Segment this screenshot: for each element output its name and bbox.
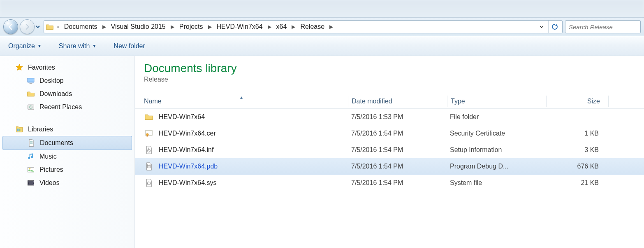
window-titlebar-blur xyxy=(0,0,644,17)
file-type-icon xyxy=(144,161,154,171)
chevron-right-icon[interactable]: ▶ xyxy=(206,24,213,30)
address-bar-end xyxy=(539,21,561,33)
column-header-date[interactable]: Date modified xyxy=(348,98,447,105)
sidebar-item-label: Recent Places xyxy=(39,103,82,111)
newfolder-label: New folder xyxy=(114,42,145,50)
share-with-button[interactable]: Share with ▼ xyxy=(59,42,97,50)
navigation-pane: Favorites Desktop Downloads Recent Place… xyxy=(0,56,135,248)
file-size: 3 KB xyxy=(545,146,607,154)
forward-button[interactable] xyxy=(20,19,35,34)
new-folder-button[interactable]: New folder xyxy=(114,42,145,50)
breadcrumb-item[interactable]: x64 xyxy=(274,22,290,31)
breadcrumb-item[interactable]: Projects xyxy=(177,22,206,31)
share-label: Share with xyxy=(59,42,90,50)
favorites-header[interactable]: Favorites xyxy=(0,61,134,74)
file-row[interactable]: HEVD-Win7x64.inf7/5/2016 1:54 PMSetup In… xyxy=(135,142,644,158)
chevron-right-icon[interactable]: ▶ xyxy=(169,24,176,30)
svg-rect-21 xyxy=(148,148,149,149)
svg-rect-12 xyxy=(28,181,28,182)
chevron-right-icon[interactable]: ▶ xyxy=(328,24,335,30)
column-date-label: Date modified xyxy=(352,98,392,105)
file-row[interactable]: HEVD-Win7x647/5/2016 1:53 PMFile folder xyxy=(135,109,644,125)
chevron-down-icon: ▼ xyxy=(92,44,96,48)
address-bar[interactable]: « Documents ▶ Visual Studio 2015 ▶ Proje… xyxy=(44,20,563,33)
file-date: 7/5/2016 1:54 PM xyxy=(348,163,447,170)
library-subtitle: Release xyxy=(144,76,644,83)
file-row[interactable]: HEVD-Win7x64.pdb7/5/2016 1:54 PMProgram … xyxy=(135,158,644,175)
organize-button[interactable]: Organize ▼ xyxy=(8,42,42,50)
sidebar-item-pictures[interactable]: Pictures xyxy=(0,163,134,176)
svg-rect-14 xyxy=(28,184,28,185)
sidebar-item-label: Videos xyxy=(39,179,60,187)
recent-locations-button[interactable] xyxy=(35,24,41,29)
svg-rect-5 xyxy=(17,129,19,131)
videos-icon xyxy=(26,178,35,187)
arrow-left-icon xyxy=(7,23,14,30)
back-button[interactable] xyxy=(3,19,18,34)
file-date: 7/5/2016 1:54 PM xyxy=(348,130,447,137)
libraries-label: Libraries xyxy=(28,126,53,133)
sidebar-item-videos[interactable]: Videos xyxy=(0,176,134,190)
file-row[interactable]: HEVD-Win7x64.sys7/5/2016 1:54 PMSystem f… xyxy=(135,175,644,191)
favorites-group: Favorites Desktop Downloads Recent Place… xyxy=(0,61,134,114)
sidebar-item-label: Documents xyxy=(40,139,73,147)
column-header-type[interactable]: Type xyxy=(447,98,546,105)
sidebar-item-desktop[interactable]: Desktop xyxy=(0,74,134,87)
sidebar-item-downloads[interactable]: Downloads xyxy=(0,87,134,101)
file-size: 676 KB xyxy=(545,163,607,170)
star-icon xyxy=(15,63,24,72)
file-name: HEVD-Win7x64.pdb xyxy=(159,163,348,170)
content-pane: Documents library Release ▴ Name Date mo… xyxy=(135,56,644,248)
nav-row: « Documents ▶ Visual Studio 2015 ▶ Proje… xyxy=(0,17,644,36)
sidebar-item-label: Downloads xyxy=(39,90,72,98)
breadcrumb-item[interactable]: Release xyxy=(298,22,327,31)
file-date: 7/5/2016 1:54 PM xyxy=(348,146,447,154)
svg-rect-2 xyxy=(30,83,32,84)
file-size: 1 KB xyxy=(545,130,607,137)
search-box[interactable] xyxy=(565,20,641,33)
breadcrumb-item[interactable]: Visual Studio 2015 xyxy=(109,22,168,31)
sidebar-item-documents[interactable]: Documents xyxy=(2,136,132,150)
breadcrumb-root-chevron[interactable]: « xyxy=(55,24,61,30)
file-name: HEVD-Win7x64 xyxy=(159,113,348,121)
libraries-icon xyxy=(15,125,24,134)
chevron-right-icon[interactable]: ▶ xyxy=(266,24,273,30)
address-history-button[interactable] xyxy=(539,24,547,29)
music-icon xyxy=(26,152,35,161)
breadcrumb-item[interactable]: Documents xyxy=(62,22,100,31)
library-title: Documents library xyxy=(144,62,644,75)
desktop-icon xyxy=(26,76,35,85)
file-name: HEVD-Win7x64.cer xyxy=(159,130,348,137)
pictures-icon xyxy=(26,165,35,174)
libraries-header[interactable]: Libraries xyxy=(0,123,134,136)
file-type-icon xyxy=(144,145,154,155)
columns-header: ▴ Name Date modified Type Size xyxy=(135,94,644,109)
file-date: 7/5/2016 1:53 PM xyxy=(348,113,447,121)
search-input[interactable] xyxy=(569,23,637,30)
chevron-right-icon[interactable]: ▶ xyxy=(101,24,108,30)
column-header-name[interactable]: ▴ Name xyxy=(135,98,348,105)
file-row[interactable]: HEVD-Win7x64.cer7/5/2016 1:54 PMSecurity… xyxy=(135,125,644,142)
organize-label: Organize xyxy=(8,42,35,50)
svg-point-8 xyxy=(29,168,30,169)
svg-rect-1 xyxy=(28,78,34,82)
column-separator[interactable] xyxy=(608,96,609,107)
sidebar-item-recent[interactable]: Recent Places xyxy=(0,101,134,114)
column-header-size[interactable]: Size xyxy=(547,98,608,105)
libraries-group: Libraries Documents Music Pictures xyxy=(0,123,134,190)
refresh-button[interactable] xyxy=(548,21,561,33)
breadcrumb-item[interactable]: HEVD-Win7x64 xyxy=(214,22,265,31)
folder-icon xyxy=(46,23,54,31)
refresh-icon xyxy=(551,23,558,30)
chevron-right-icon[interactable]: ▶ xyxy=(290,24,297,30)
file-type-icon xyxy=(144,129,154,138)
svg-rect-17 xyxy=(33,184,34,185)
file-type-icon xyxy=(144,178,154,188)
column-type-label: Type xyxy=(451,98,465,105)
file-type: Program Debug D... xyxy=(447,163,545,170)
file-list: HEVD-Win7x647/5/2016 1:53 PMFile folderH… xyxy=(135,109,644,191)
sidebar-item-music[interactable]: Music xyxy=(0,150,134,163)
svg-point-24 xyxy=(150,164,151,165)
library-header: Documents library Release xyxy=(135,62,644,83)
document-icon xyxy=(27,138,36,147)
